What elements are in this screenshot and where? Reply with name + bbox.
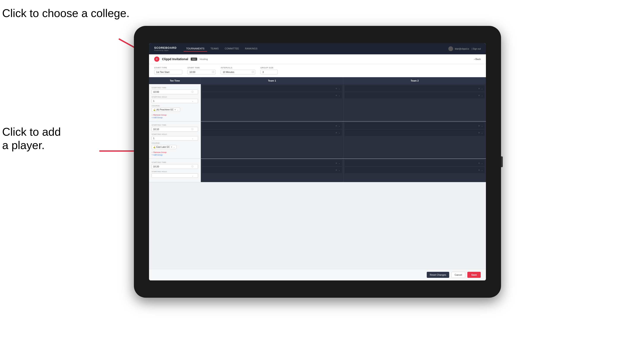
player-more-btn[interactable]: ⌄ (338, 169, 340, 171)
player-x-btn[interactable]: ✕ (336, 169, 337, 171)
course-chevron-1[interactable]: ⌄ (177, 109, 178, 111)
course-remove-2[interactable]: ✕ (170, 146, 172, 148)
player-more-btn[interactable]: ⌄ (338, 87, 340, 90)
player-more-btn[interactable]: ⌄ (481, 125, 483, 127)
nav-tournaments[interactable]: TOURNAMENTS (184, 46, 207, 52)
starting-time-value-1[interactable]: 10:00 ⓘ (152, 90, 198, 94)
hosting-badge: Hosting (200, 58, 208, 60)
player-x-btn[interactable]: ✕ (336, 94, 337, 97)
group-size-select[interactable]: 3 (260, 70, 278, 74)
starting-hole-value-2[interactable]: 1 ⌄ (152, 136, 198, 141)
tablet-screen: SCOREBOARD Powered by clippd TOURNAMENTS… (149, 43, 486, 280)
player-x-btn[interactable]: ✕ (478, 94, 480, 97)
back-button[interactable]: ‹ Back (474, 58, 481, 60)
start-type-select[interactable]: 1st Tee Start (154, 70, 182, 74)
starting-time-value-3[interactable]: 10:20 ⓘ (152, 164, 198, 169)
player-row[interactable]: ✕ ⌄ (202, 92, 342, 98)
cancel-button[interactable]: Cancel (451, 272, 465, 278)
team1-players-3: ✕ ⌄ ✕ ⌄ (201, 159, 344, 182)
player-row[interactable]: ✕ ⌄ (345, 92, 484, 98)
player-row[interactable]: ✕ ⌄ (202, 130, 342, 136)
clippd-logo: C (154, 56, 160, 62)
player-x-btn[interactable]: ✕ (478, 162, 480, 164)
starting-time-value-2[interactable]: 10:10 ⓘ (152, 127, 198, 132)
starting-time-label-2: STARTING TIME: (152, 124, 198, 126)
course-tag-1[interactable]: ⛳ (A) Peachtree GC ✕ ⌄ (152, 108, 180, 112)
course-label-1: COURSE: (152, 105, 198, 107)
nav-rankings[interactable]: RANKINGS (242, 46, 260, 52)
player-more-btn[interactable]: ⌄ (481, 132, 483, 134)
course-tag-2[interactable]: ⛳ East Lake GC ✕ ⌄ (152, 145, 176, 149)
player-x-btn[interactable]: ✕ (336, 87, 337, 90)
remove-group-btn-1[interactable]: ○ Remove Group (152, 114, 198, 116)
course-chevron-2[interactable]: ⌄ (173, 146, 175, 148)
player-more-btn[interactable]: ⌄ (338, 162, 340, 164)
tee-time-header: Tee Time (149, 77, 201, 84)
player-row[interactable]: ✕ ⌄ (345, 160, 484, 166)
player-row[interactable]: ✕ ⌄ (202, 160, 342, 166)
player-row[interactable]: ✕ ⌄ (202, 85, 342, 91)
player-row[interactable]: ✕ ⌄ (345, 123, 484, 129)
nav-teams[interactable]: TEAMS (208, 46, 221, 52)
intervals-info-icon: ⓘ (252, 71, 254, 74)
reset-changes-button[interactable]: Reset Changes (427, 272, 449, 278)
starting-hole-label-3: STARTING HOLE: (152, 171, 198, 173)
tournament-name: Clippd Invitational (162, 57, 188, 61)
starting-hole-label-1: STARTING HOLE: (152, 96, 198, 98)
player-x-btn[interactable]: ✕ (336, 162, 337, 164)
group-left-3: STARTING TIME: 10:20 ⓘ STARTING HOLE: ⌄ (149, 159, 201, 182)
intervals-select[interactable]: 10 Minutes (221, 70, 255, 74)
start-type-input-wrap: 1st Tee Start (154, 70, 182, 74)
start-time-label: Start Time (188, 67, 216, 69)
player-row[interactable]: ✕ ⌄ (202, 167, 342, 173)
user-email: blair@clippd.io (455, 48, 469, 50)
table-row: STARTING TIME: 10:10 ⓘ STARTING HOLE: 1 … (149, 121, 486, 159)
main-content[interactable]: STARTING TIME: 10:00 ⓘ STARTING HOLE: 1 … (149, 84, 486, 269)
start-type-group: Start Type 1st Tee Start (154, 67, 182, 74)
course-icon-2: ⛳ (153, 146, 156, 148)
add-group-btn-2[interactable]: + Add Group (152, 154, 198, 156)
player-more-btn[interactable]: ⌄ (481, 162, 483, 164)
team2-players-2: ✕ ⌄ ✕ ⌄ (344, 121, 486, 159)
player-more-btn[interactable]: ⌄ (338, 94, 340, 97)
table-row: STARTING TIME: 10:20 ⓘ STARTING HOLE: ⌄ … (149, 159, 486, 182)
course-remove-1[interactable]: ✕ (174, 109, 176, 111)
sub-header: C Clippd Invitational Men Hosting ‹ Back (149, 54, 486, 64)
intervals-group: Intervals 10 Minutes ⓘ (221, 67, 255, 74)
annotation-choose-college: Click to choose a college. (2, 6, 130, 20)
player-x-btn[interactable]: ✕ (478, 125, 480, 127)
player-x-btn[interactable]: ✕ (336, 132, 337, 134)
sign-out-link[interactable]: | Sign out (472, 48, 481, 50)
player-x-btn[interactable]: ✕ (478, 87, 480, 90)
annotation-add-player: Click to adda player. (2, 125, 61, 152)
player-more-btn[interactable]: ⌄ (481, 87, 483, 90)
course-icon-1: ⛳ (153, 109, 156, 111)
tablet-side-button (501, 156, 503, 167)
starting-hole-value-3[interactable]: ⌄ (152, 173, 198, 178)
intervals-input-wrap: 10 Minutes ⓘ (221, 70, 255, 74)
app-footer: Reset Changes Cancel Save (149, 269, 486, 280)
team1-players-2: ✕ ⌄ ✕ ⌄ (201, 121, 344, 159)
group-left-1: STARTING TIME: 10:00 ⓘ STARTING HOLE: 1 … (149, 84, 201, 121)
player-row[interactable]: ✕ ⌄ (345, 85, 484, 91)
starting-hole-value-1[interactable]: 1 ⌄ (152, 99, 198, 103)
team2-players-1: ✕ ⌄ ✕ ⌄ (344, 84, 486, 121)
add-group-btn-1[interactable]: + Add Group (152, 117, 198, 119)
player-x-btn[interactable]: ✕ (478, 132, 480, 134)
brand-sub: Powered by clippd (154, 49, 177, 51)
player-more-btn[interactable]: ⌄ (481, 94, 483, 97)
save-button[interactable]: Save (467, 272, 481, 278)
player-row[interactable]: ✕ ⌄ (345, 130, 484, 136)
remove-group-btn-2[interactable]: ○ Remove Group (152, 151, 198, 153)
player-more-btn[interactable]: ⌄ (338, 125, 340, 127)
start-type-label: Start Type (154, 67, 182, 69)
player-more-btn[interactable]: ⌄ (338, 132, 340, 134)
start-time-select[interactable]: 10:00 (188, 70, 216, 74)
player-row[interactable]: ✕ ⌄ (202, 123, 342, 129)
nav-committee[interactable]: COMMITTEE (222, 46, 242, 52)
player-more-btn[interactable]: ⌄ (481, 169, 483, 171)
start-time-input-wrap: 10:00 ⓘ (188, 70, 216, 74)
player-row[interactable]: ✕ ⌄ (345, 167, 484, 173)
player-x-btn[interactable]: ✕ (478, 169, 480, 171)
player-x-btn[interactable]: ✕ (336, 125, 337, 127)
